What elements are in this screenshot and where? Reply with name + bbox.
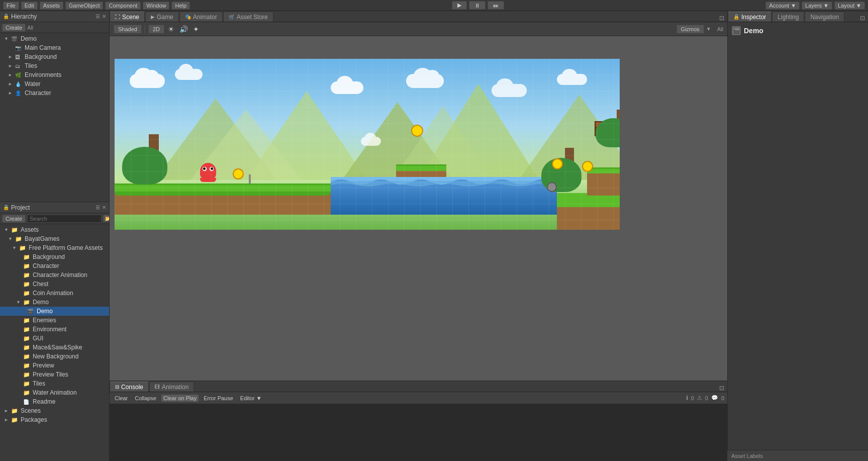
layers-button[interactable]: Layers ▼ — [802, 2, 832, 10]
project-browse-btn[interactable]: 📂 — [103, 215, 109, 222]
hierarchy-item-demo-label: Demo — [21, 35, 37, 42]
project-close-icon[interactable]: ✕ — [102, 205, 106, 210]
asset-store-tab-icon: 🛒 — [229, 14, 235, 20]
effect-toggle-btn[interactable]: ✦ — [191, 25, 201, 33]
project-item-packages[interactable]: Packages — [0, 415, 109, 424]
camera-icon: 📷 — [15, 44, 23, 51]
gameobject-menu[interactable]: GameObject — [65, 2, 104, 10]
hierarchy-item-environments[interactable]: 🌿 Environments — [0, 70, 109, 79]
message-count: 0 — [721, 395, 724, 401]
hierarchy-item-character[interactable]: 👤 Character — [0, 88, 109, 98]
project-item-mace[interactable]: Mace&Saw&Spike — [0, 343, 109, 352]
tab-animator-label: Animator — [193, 14, 217, 21]
tab-navigation[interactable]: Navigation — [805, 12, 844, 22]
project-item-assets[interactable]: Assets — [0, 225, 109, 234]
tab-inspector[interactable]: 🔒 Inspector — [728, 12, 771, 22]
project-item-new-background[interactable]: New Background — [0, 352, 109, 361]
animator-tab-icon: 🎭 — [185, 14, 191, 20]
project-item-char-anim[interactable]: Character Animation — [0, 270, 109, 280]
animation-tab-icon: 🎞 — [155, 384, 160, 390]
inspector-maximize-icon[interactable]: ⊡ — [860, 15, 865, 22]
gizmos-dropdown-arrow: ▼ — [706, 26, 711, 32]
project-item-tiles[interactable]: Tiles — [0, 379, 109, 388]
editor-dropdown-btn[interactable]: Editor ▼ — [238, 395, 264, 402]
project-item-water-animation[interactable]: Water Animation — [0, 388, 109, 397]
hierarchy-create-btn[interactable]: Create — [2, 24, 26, 32]
assets-menu[interactable]: Assets — [40, 2, 63, 10]
step-button[interactable]: ⏭ — [488, 1, 504, 10]
project-item-environment[interactable]: Environment — [0, 325, 109, 334]
project-item-bayatgames[interactable]: BayatGames — [0, 234, 109, 243]
project-demo-scene-label: Demo — [37, 308, 53, 315]
tab-lighting[interactable]: Lighting — [772, 12, 804, 22]
hierarchy-item-tiles[interactable]: 🗂 Tiles — [0, 61, 109, 70]
bottom-maximize-icon[interactable]: ⊡ — [719, 385, 724, 392]
demo-folder-arrow — [16, 300, 23, 305]
collapse-btn[interactable]: Collapse — [133, 395, 158, 402]
hierarchy-item-background[interactable]: 🖼 Background — [0, 52, 109, 61]
project-item-chest[interactable]: Chest — [0, 280, 109, 289]
error-pause-btn[interactable]: Error Pause — [202, 395, 235, 402]
background-arrow — [8, 54, 15, 59]
project-item-readme[interactable]: 📄 Readme — [0, 397, 109, 406]
hierarchy-item-demo-scene[interactable]: 🎬 Demo — [0, 34, 109, 43]
water-arrow — [8, 81, 15, 86]
project-char-anim-label: Character Animation — [33, 271, 87, 279]
tab-console[interactable]: ⊟ Console — [110, 382, 149, 392]
hierarchy-toolbar: Create All — [0, 22, 109, 33]
play-button[interactable]: ▶ — [452, 1, 467, 10]
hierarchy-menu-icon[interactable]: ☰ — [95, 14, 100, 19]
tab-asset-store[interactable]: 🛒 Asset Store — [223, 12, 273, 22]
mountains-svg — [115, 69, 620, 180]
project-item-character[interactable]: Character — [0, 261, 109, 270]
project-menu-icon[interactable]: ☰ — [95, 205, 100, 210]
packages-arrow — [4, 417, 11, 422]
account-button[interactable]: Account ▼ — [765, 2, 800, 10]
cloud-4 — [406, 74, 444, 88]
project-search-input[interactable] — [27, 215, 102, 223]
project-item-preview-tiles[interactable]: Preview Tiles — [0, 370, 109, 379]
free-platform-folder-icon — [19, 244, 27, 251]
tab-game[interactable]: ▶ Game — [145, 12, 179, 22]
tab-scene[interactable]: ⛶ Scene — [110, 12, 145, 22]
project-item-free-platform[interactable]: Free Platform Game Assets — [0, 243, 109, 252]
project-content: Assets BayatGames Free Platform Game Ass… — [0, 224, 109, 461]
component-menu[interactable]: Component — [105, 2, 141, 10]
project-item-enemies[interactable]: Enemies — [0, 316, 109, 325]
project-title: Project — [11, 204, 93, 211]
scene-maximize-icon[interactable]: ⊡ — [719, 15, 724, 22]
gizmos-btn[interactable]: Gizmos — [677, 25, 704, 34]
clear-btn[interactable]: Clear — [113, 395, 130, 402]
project-item-demo-scene[interactable]: 🎬 Demo — [0, 307, 109, 316]
audio-toggle-btn[interactable]: 🔊 — [178, 25, 189, 33]
hierarchy-item-main-camera[interactable]: 📷 Main Camera — [0, 43, 109, 52]
project-item-gui[interactable]: GUI — [0, 334, 109, 343]
project-item-preview[interactable]: Preview — [0, 361, 109, 370]
help-menu[interactable]: Help — [171, 2, 190, 10]
window-menu[interactable]: Window — [143, 2, 169, 10]
project-item-scenes[interactable]: Scenes — [0, 406, 109, 415]
light-toggle-btn[interactable]: ☀ — [166, 25, 176, 33]
hierarchy-item-tiles-label: Tiles — [25, 62, 37, 69]
project-item-demo-folder[interactable]: Demo — [0, 298, 109, 307]
project-item-background[interactable]: Background — [0, 252, 109, 261]
scene-view[interactable] — [110, 36, 727, 381]
clear-on-play-btn[interactable]: Clear on Play — [161, 395, 199, 402]
project-create-btn[interactable]: Create — [2, 215, 26, 223]
tab-animation[interactable]: 🎞 Animation — [149, 382, 194, 392]
shaded-btn[interactable]: Shaded — [114, 25, 142, 34]
file-menu[interactable]: File — [3, 2, 19, 10]
demo-expand-arrow — [4, 36, 11, 41]
edit-menu[interactable]: Edit — [21, 2, 38, 10]
hierarchy-item-water[interactable]: 💧 Water — [0, 79, 109, 88]
hierarchy-item-background-label: Background — [25, 53, 57, 60]
layout-button[interactable]: Layout ▼ — [834, 2, 865, 10]
2d-btn[interactable]: 2D — [148, 25, 164, 34]
pause-button[interactable]: ⏸ — [469, 1, 486, 10]
tab-animator[interactable]: 🎭 Animator — [179, 12, 223, 22]
hierarchy-close-icon[interactable]: ✕ — [102, 14, 106, 19]
project-item-coin-anim[interactable]: Coin Animation — [0, 289, 109, 298]
scenes-folder-icon — [11, 407, 19, 414]
project-preview-label: Preview — [33, 362, 54, 369]
scenes-arrow — [4, 408, 11, 413]
